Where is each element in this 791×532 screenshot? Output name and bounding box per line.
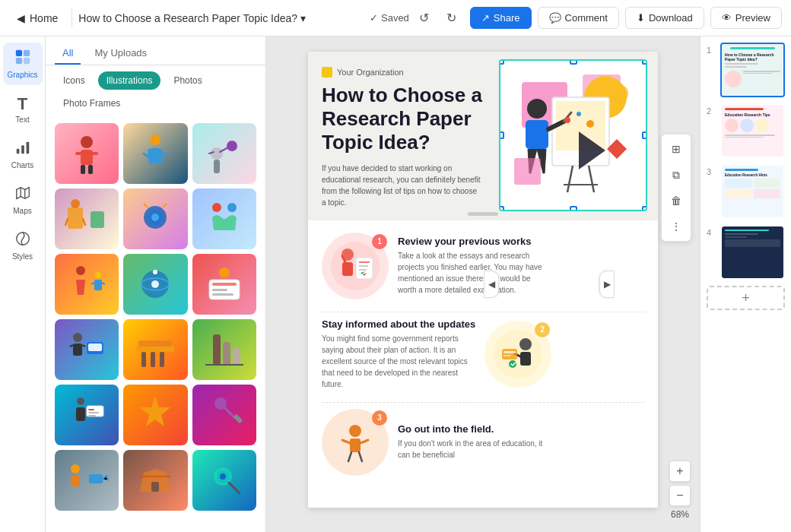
svg-point-24 xyxy=(212,203,221,212)
step-3-illustration: 3 xyxy=(322,409,389,476)
pages-expand-button[interactable]: ▶ xyxy=(599,271,615,298)
zoom-level-label: 68% xyxy=(671,509,689,520)
selection-handle-bm xyxy=(570,206,577,211)
svg-point-50 xyxy=(77,397,84,405)
step-3-row: 3 Go out into the field. If you don't wo… xyxy=(322,409,644,476)
illustration-item[interactable] xyxy=(123,123,187,184)
filter-illustrations[interactable]: Illustrations xyxy=(98,71,161,90)
svg-line-65 xyxy=(229,483,240,493)
page-1-thumb[interactable]: 1 How to Choose a Research Paper Topic I… xyxy=(707,43,785,97)
illustration-item[interactable] xyxy=(123,319,187,380)
topbar-divider xyxy=(71,9,72,27)
svg-rect-60 xyxy=(89,474,103,483)
zoom-in-button[interactable]: + xyxy=(669,461,691,482)
illustration-item[interactable] xyxy=(55,385,119,445)
canvas-scroll[interactable]: Your Organization How to Choose a Resear… xyxy=(266,36,700,532)
illustration-item[interactable] xyxy=(123,188,187,249)
sidebar-item-text[interactable]: T Text xyxy=(3,88,43,130)
resize-handle[interactable] xyxy=(468,212,498,216)
svg-point-32 xyxy=(153,270,157,274)
svg-point-58 xyxy=(71,464,80,473)
home-button[interactable]: ◀ Home xyxy=(9,9,65,27)
svg-rect-93 xyxy=(504,351,516,353)
illustration-item[interactable] xyxy=(192,450,256,511)
page-1-preview[interactable]: How to Choose a Research Paper Topic Ide… xyxy=(720,43,785,97)
svg-rect-1 xyxy=(23,50,29,56)
maps-icon xyxy=(14,185,31,205)
page-1-number: 1 xyxy=(707,46,716,55)
svg-rect-49 xyxy=(233,348,240,365)
check-icon: ✓ xyxy=(370,12,378,24)
document-title[interactable]: How to Choose a Research Paper Topic Ide… xyxy=(78,12,306,24)
svg-rect-59 xyxy=(71,476,80,486)
svg-rect-6 xyxy=(26,142,29,154)
undo-button[interactable]: ↺ xyxy=(412,6,437,30)
illustration-item[interactable] xyxy=(55,254,119,315)
page-2-preview[interactable]: Education Research Tips xyxy=(720,103,785,158)
comment-button[interactable]: 💬 Comment xyxy=(538,7,619,29)
illustration-item[interactable] xyxy=(123,254,187,315)
illustration-item[interactable] xyxy=(192,254,256,315)
download-button[interactable]: ⬇ Download xyxy=(625,7,704,29)
page-3-preview[interactable]: Education Research Hints xyxy=(720,164,785,219)
step-2-title: Stay informed about the updates xyxy=(322,318,475,330)
tab-all[interactable]: All xyxy=(55,43,81,65)
filter-photo-frames[interactable]: Photo Frames xyxy=(55,94,129,112)
more-tool-button[interactable]: ⋮ xyxy=(666,216,687,237)
step-divider-2 xyxy=(322,402,644,403)
page-3-number: 3 xyxy=(707,167,716,176)
illustration-item[interactable] xyxy=(192,319,256,380)
svg-rect-54 xyxy=(88,412,99,413)
illustrations-scroll[interactable] xyxy=(46,119,265,532)
page-4-preview[interactable] xyxy=(720,225,785,280)
copy-tool-button[interactable]: ⧉ xyxy=(666,164,687,185)
illustration-item[interactable] xyxy=(55,123,119,184)
svg-rect-55 xyxy=(88,415,96,416)
illustration-item[interactable] xyxy=(192,123,256,184)
svg-rect-18 xyxy=(68,207,83,229)
download-icon: ⬇ xyxy=(637,12,645,24)
svg-rect-98 xyxy=(350,439,361,452)
svg-rect-36 xyxy=(212,289,227,291)
sidebar-item-charts[interactable]: Charts xyxy=(3,133,43,176)
illustration-item[interactable] xyxy=(123,450,187,511)
illustration-item[interactable] xyxy=(55,188,119,249)
svg-rect-28 xyxy=(94,280,102,290)
page-4-thumb[interactable]: 4 xyxy=(707,225,785,280)
delete-tool-button[interactable]: 🗑 xyxy=(666,190,687,211)
illustration-item[interactable] xyxy=(192,385,256,445)
selection-handle-ml xyxy=(499,131,504,139)
svg-rect-13 xyxy=(88,165,93,174)
illustration-item[interactable] xyxy=(192,188,256,249)
sidebar-item-graphics[interactable]: Graphics xyxy=(3,43,43,85)
hero-image-frame[interactable]: ↺ xyxy=(499,59,647,211)
sidebar-item-label-styles: Styles xyxy=(12,252,33,261)
share-button[interactable]: ↗ Share xyxy=(470,7,532,29)
page-3-thumb[interactable]: 3 Education Research Hints xyxy=(707,164,785,219)
share-icon: ↗ xyxy=(481,12,490,24)
panel-collapse-button[interactable]: ◀ xyxy=(484,271,499,298)
svg-rect-52 xyxy=(87,406,103,416)
topbar: ◀ Home How to Choose a Research Paper To… xyxy=(0,0,791,36)
svg-rect-44 xyxy=(151,352,155,367)
undo-redo-group: ✓ Saved ↺ ↻ xyxy=(370,6,464,30)
redo-button[interactable]: ↻ xyxy=(440,6,464,30)
add-page-button[interactable]: + xyxy=(707,286,785,310)
zoom-out-button[interactable]: − xyxy=(669,485,691,506)
illustration-item[interactable] xyxy=(55,450,119,511)
step-1-content: Review your previous works Take a look a… xyxy=(398,236,550,296)
svg-rect-46 xyxy=(138,340,172,347)
filter-photos[interactable]: Photos xyxy=(165,71,210,90)
sidebar-item-styles[interactable]: Styles xyxy=(3,224,43,267)
sidebar-item-maps[interactable]: Maps xyxy=(3,179,43,221)
preview-button[interactable]: 👁 Preview xyxy=(710,7,782,29)
tab-my-uploads[interactable]: My Uploads xyxy=(87,43,154,65)
illustration-item[interactable] xyxy=(123,385,187,445)
page-2-thumb[interactable]: 2 Education Research Tips xyxy=(707,103,785,158)
step-1-text: Take a look at the essays and research p… xyxy=(398,250,550,296)
filter-icons[interactable]: Icons xyxy=(55,71,94,90)
align-tool-button[interactable]: ⊞ xyxy=(666,138,687,160)
svg-point-90 xyxy=(519,338,532,350)
step-3-title: Go out into the field. xyxy=(398,423,550,435)
illustration-item[interactable] xyxy=(55,319,119,380)
